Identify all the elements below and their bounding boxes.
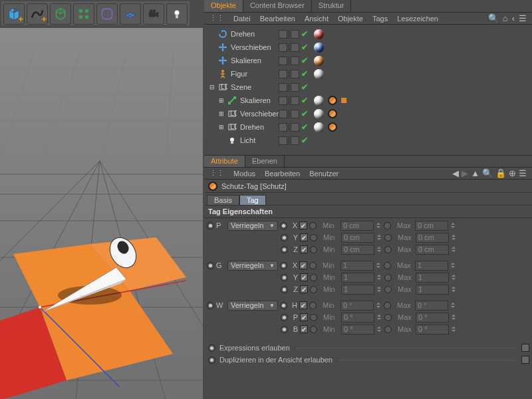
tree-row[interactable]: ⊞L0Drehen✔ (204, 120, 532, 134)
tree-row[interactable]: ⊞Skalieren✔ (204, 94, 532, 107)
visibility-check-icon[interactable]: ✔ (301, 29, 309, 39)
lock-dropdown[interactable]: Verriegeln▼ (227, 301, 278, 311)
option-radio[interactable] (208, 356, 215, 364)
collapse-icon[interactable]: ⊟ (208, 83, 216, 91)
nav-right-icon[interactable]: ▶ (462, 168, 468, 178)
max-field[interactable]: 0 cm (416, 233, 449, 243)
home-icon[interactable]: ⌂ (503, 13, 508, 23)
min-radio[interactable] (310, 234, 317, 241)
menu-toggle-icon[interactable]: ☰ (519, 168, 527, 178)
tab-objekte[interactable]: Objekte (204, 0, 243, 12)
spinner[interactable] (377, 233, 382, 243)
menu-tags[interactable]: Tags (372, 15, 388, 23)
axis-radio[interactable] (281, 326, 288, 333)
axis-checkbox[interactable]: ✔ (300, 233, 308, 241)
option-checkbox[interactable] (521, 344, 529, 352)
light-tool[interactable] (166, 3, 188, 25)
cube-tool[interactable]: + (3, 3, 25, 25)
axis-checkbox[interactable]: ✔ (299, 221, 307, 229)
material-sphere-icon[interactable] (314, 96, 324, 106)
visibility-check-icon[interactable]: ✔ (301, 69, 309, 78)
spinner[interactable] (377, 313, 382, 323)
min-radio[interactable] (310, 326, 317, 333)
cloner-tool[interactable] (73, 3, 94, 25)
spinner[interactable] (451, 301, 456, 311)
min-radio[interactable] (310, 314, 317, 321)
group-radio[interactable] (207, 302, 214, 309)
tree-row[interactable]: Figur✔ (204, 67, 532, 80)
menu-lesezeichen[interactable]: Lesezeichen (397, 15, 438, 23)
tree-row[interactable]: Skalieren✔ (204, 54, 532, 67)
tree-row[interactable]: Verschieben✔ (204, 41, 532, 54)
min-field[interactable]: 0 ° (341, 313, 374, 323)
axis-radio[interactable] (281, 286, 288, 293)
max-radio[interactable] (384, 286, 392, 293)
floor-tool[interactable] (120, 3, 141, 25)
min-field[interactable]: 1 (341, 273, 374, 283)
axis-checkbox[interactable]: ✔ (300, 273, 308, 281)
spinner[interactable] (452, 285, 457, 295)
axis-radio[interactable] (280, 262, 287, 269)
max-field[interactable]: 0 cm (415, 221, 448, 231)
deformer-tool[interactable] (96, 3, 118, 25)
visibility-check-icon[interactable]: ✔ (301, 136, 309, 145)
axis-checkbox[interactable]: ✔ (300, 285, 308, 293)
spinner[interactable] (377, 273, 382, 283)
max-field[interactable]: 0 ° (415, 301, 448, 311)
spinner[interactable] (451, 261, 456, 271)
expand-icon[interactable]: ⊞ (217, 110, 225, 118)
spinner[interactable] (377, 245, 382, 255)
max-radio[interactable] (384, 274, 392, 281)
max-radio[interactable] (384, 314, 392, 321)
tab-content-browser[interactable]: Content Browser (243, 0, 312, 12)
spinner[interactable] (452, 313, 457, 323)
min-field[interactable]: 1 (341, 285, 374, 295)
expand-icon[interactable]: ⊞ (217, 96, 225, 104)
material-sphere-icon[interactable] (314, 69, 324, 79)
group-radio[interactable] (207, 222, 214, 229)
visibility-check-icon[interactable]: ✔ (301, 43, 309, 52)
max-radio[interactable] (384, 302, 391, 309)
visibility-check-icon[interactable]: ✔ (301, 56, 309, 65)
axis-radio[interactable] (281, 234, 288, 241)
material-sphere-icon[interactable] (314, 43, 324, 53)
lock-dropdown[interactable]: Verriegeln▼ (227, 221, 278, 231)
spinner[interactable] (452, 273, 457, 283)
object-tree[interactable]: Drehen✔Verschieben✔Skalieren✔Figur✔⊟L0Sz… (204, 25, 532, 150)
layer-flag[interactable] (279, 83, 287, 92)
layer-flag[interactable] (279, 123, 287, 132)
camera-tool[interactable] (143, 3, 164, 25)
axis-radio[interactable] (280, 222, 287, 229)
max-field[interactable]: 0 ° (416, 313, 449, 323)
layer-flag[interactable] (279, 70, 287, 78)
min-field[interactable]: 0 ° (341, 325, 374, 334)
render-flag[interactable] (291, 110, 299, 118)
min-radio[interactable] (310, 286, 317, 293)
spinner[interactable] (377, 325, 382, 334)
menu-bearbeiten[interactable]: Bearbeiten (260, 15, 295, 23)
visibility-check-icon[interactable]: ✔ (301, 82, 309, 92)
protection-tag-icon[interactable] (326, 120, 339, 134)
min-radio[interactable] (309, 302, 317, 309)
axis-checkbox[interactable]: ✔ (299, 261, 307, 269)
axis-checkbox[interactable]: ✔ (300, 245, 308, 253)
search-icon[interactable]: 🔍 (488, 13, 499, 23)
nav-left-icon[interactable]: ◀ (452, 168, 459, 178)
material-sphere-icon[interactable] (314, 56, 324, 66)
tree-row[interactable]: Drehen✔ (204, 27, 532, 41)
max-field[interactable]: 1 (416, 273, 449, 283)
material-sphere-icon[interactable] (314, 122, 324, 132)
layer-flag[interactable] (279, 30, 287, 39)
menu-benutzer[interactable]: Benutzer (309, 170, 338, 178)
spline-tool[interactable]: + (27, 3, 48, 25)
render-flag[interactable] (291, 30, 299, 39)
expand-icon[interactable]: ⊞ (217, 123, 225, 131)
grip-icon[interactable]: ⋮⋮ (209, 169, 224, 178)
min-field[interactable]: 0 cm (341, 245, 374, 255)
layer-flag[interactable] (279, 110, 287, 118)
max-field[interactable]: 1 (415, 261, 448, 271)
axis-radio[interactable] (281, 274, 288, 281)
min-field[interactable]: 0 cm (341, 233, 374, 243)
spinner[interactable] (376, 261, 382, 271)
protection-tag-icon[interactable] (326, 94, 339, 107)
